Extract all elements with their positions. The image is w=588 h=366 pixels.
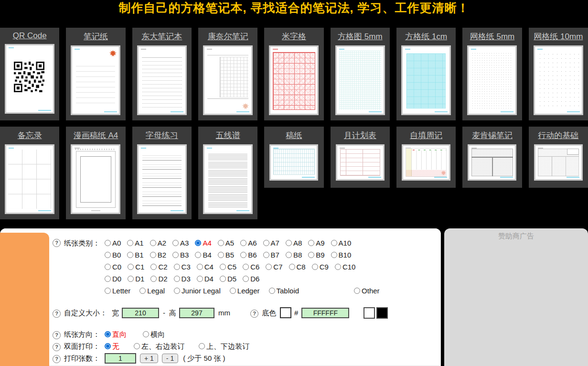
radio-c4[interactable]: C4 bbox=[197, 261, 214, 273]
radio-icon[interactable] bbox=[240, 240, 246, 246]
radio-icon[interactable] bbox=[127, 252, 133, 258]
radio-icon[interactable] bbox=[220, 264, 226, 270]
thumbnail-gaozhi[interactable] bbox=[269, 144, 318, 181]
radio-c1[interactable]: C1 bbox=[128, 261, 144, 273]
help-icon[interactable]: ? bbox=[53, 331, 61, 339]
radio-b9[interactable]: B9 bbox=[308, 249, 324, 261]
radio-a8[interactable]: A8 bbox=[286, 237, 302, 249]
radio-d0[interactable]: D0 bbox=[105, 273, 121, 285]
thumbnail-memo[interactable] bbox=[5, 144, 54, 214]
radio-b5[interactable]: B5 bbox=[218, 249, 234, 261]
radio-icon[interactable] bbox=[308, 252, 314, 258]
card-title-link[interactable]: 自填周记 bbox=[410, 130, 442, 141]
thumbnail-mckinsey-notes[interactable] bbox=[468, 144, 516, 181]
card-title-link[interactable]: 五线谱 bbox=[216, 130, 240, 141]
card-title-link[interactable]: 备忘录 bbox=[18, 130, 42, 141]
radio-c8[interactable]: C8 bbox=[289, 261, 306, 273]
card-title-link[interactable]: 字母练习 bbox=[146, 130, 178, 141]
radio-icon[interactable] bbox=[263, 252, 269, 258]
radio-直向[interactable]: 直向 bbox=[105, 328, 127, 340]
radio-icon[interactable] bbox=[197, 264, 203, 270]
radio-a3[interactable]: A3 bbox=[172, 237, 189, 249]
radio-icon[interactable] bbox=[143, 331, 149, 337]
card-week-journal[interactable]: 自填周记 bbox=[396, 127, 456, 188]
thumbnail-mizige[interactable] bbox=[269, 45, 319, 115]
radio-a1[interactable]: A1 bbox=[127, 237, 143, 249]
radio-上-下边装订[interactable]: 上、下边装订 bbox=[199, 340, 249, 352]
help-icon[interactable]: ? bbox=[53, 239, 61, 247]
radio-selected-icon[interactable] bbox=[105, 331, 111, 337]
thumbnail-dot-5mm[interactable] bbox=[467, 45, 517, 115]
card-qr-code[interactable]: QR Code bbox=[0, 28, 59, 120]
radio-a2[interactable]: A2 bbox=[150, 237, 166, 249]
card-title-link[interactable]: 漫画稿纸 A4 bbox=[74, 130, 118, 141]
radio-d4[interactable]: D4 bbox=[197, 273, 214, 285]
radio-icon[interactable] bbox=[105, 276, 111, 282]
card-mizige[interactable]: 米字格 bbox=[264, 28, 323, 120]
radio-icon[interactable] bbox=[243, 264, 249, 270]
radio-a10[interactable]: A10 bbox=[331, 237, 352, 249]
thumbnail-grid-5mm[interactable] bbox=[335, 45, 385, 115]
radio-d3[interactable]: D3 bbox=[174, 273, 191, 285]
radio-icon[interactable] bbox=[139, 288, 146, 294]
radio-icon[interactable] bbox=[263, 240, 269, 246]
card-title-link[interactable]: QR Code bbox=[13, 31, 47, 41]
card-letter-practice[interactable]: 字母练习 bbox=[132, 127, 192, 219]
radio-icon[interactable] bbox=[220, 276, 226, 282]
card-title-link[interactable]: 东大笔记本 bbox=[141, 31, 182, 42]
radio-b0[interactable]: B0 bbox=[105, 249, 121, 261]
radio-icon[interactable] bbox=[240, 252, 246, 258]
card-title-link[interactable]: 康奈尔笔记 bbox=[208, 31, 248, 42]
card-note-paper[interactable]: 笔记纸 bbox=[66, 28, 125, 120]
card-grid-1cm[interactable]: 方格纸 1cm bbox=[396, 28, 456, 120]
radio-icon[interactable] bbox=[150, 252, 156, 258]
card-action-basis[interactable]: 行动的基础 bbox=[529, 127, 588, 188]
card-mckinsey-notes[interactable]: 麦肯锡笔记 bbox=[462, 127, 522, 188]
radio-c7[interactable]: C7 bbox=[266, 261, 282, 273]
radio-icon[interactable] bbox=[243, 276, 249, 282]
radio-b8[interactable]: B8 bbox=[286, 249, 302, 261]
card-music-staff[interactable]: 五线谱 bbox=[198, 127, 257, 219]
radio-a6[interactable]: A6 bbox=[240, 237, 257, 249]
radio-icon[interactable] bbox=[199, 343, 205, 349]
radio-selected-icon[interactable] bbox=[105, 343, 111, 349]
radio-c2[interactable]: C2 bbox=[150, 261, 167, 273]
help-icon[interactable]: ? bbox=[53, 355, 61, 363]
radio-icon[interactable] bbox=[331, 252, 337, 258]
radio-icon[interactable] bbox=[105, 240, 111, 246]
hex-color-input[interactable] bbox=[301, 308, 349, 318]
increment-button[interactable]: + 1 bbox=[140, 354, 158, 363]
radio-icon[interactable] bbox=[218, 252, 224, 258]
radio-icon[interactable] bbox=[172, 240, 179, 246]
radio-b4[interactable]: B4 bbox=[195, 249, 211, 261]
radio-d5[interactable]: D5 bbox=[220, 273, 236, 285]
card-title-link[interactable]: 方格图 5mm bbox=[338, 31, 383, 42]
radio-左-右边装订[interactable]: 左、右边装订 bbox=[134, 340, 184, 352]
radio-icon[interactable] bbox=[266, 264, 272, 270]
radio-icon[interactable] bbox=[150, 264, 157, 270]
help-icon[interactable]: ? bbox=[53, 343, 61, 351]
radio-letter[interactable]: Letter bbox=[105, 285, 130, 297]
side-tab[interactable] bbox=[0, 233, 49, 366]
radio-icon[interactable] bbox=[331, 240, 337, 246]
radio-c5[interactable]: C5 bbox=[220, 261, 236, 273]
radio-c9[interactable]: C9 bbox=[312, 261, 329, 273]
width-input[interactable] bbox=[122, 308, 159, 318]
bg-color-picker[interactable] bbox=[280, 307, 291, 318]
card-dot-5mm[interactable]: 网格纸 5mm bbox=[462, 28, 522, 120]
thumbnail-manga-paper[interactable] bbox=[71, 144, 120, 214]
radio-icon[interactable] bbox=[312, 264, 318, 270]
copies-input[interactable] bbox=[105, 353, 136, 364]
help-icon[interactable]: ? bbox=[250, 310, 258, 318]
card-dot-10mm[interactable]: 网格纸 10mm bbox=[529, 28, 588, 120]
radio-d1[interactable]: D1 bbox=[128, 273, 144, 285]
card-grid-5mm[interactable]: 方格图 5mm bbox=[331, 28, 390, 120]
radio-tabloid[interactable]: Tabloid bbox=[269, 285, 299, 297]
radio-a9[interactable]: A9 bbox=[308, 237, 324, 249]
card-title-link[interactable]: 网格纸 10mm bbox=[534, 31, 583, 42]
radio-icon[interactable] bbox=[195, 252, 201, 258]
radio-icon[interactable] bbox=[174, 288, 180, 294]
radio-icon[interactable] bbox=[286, 240, 292, 246]
radio-b3[interactable]: B3 bbox=[172, 249, 189, 261]
card-title-link[interactable]: 麦肯锡笔记 bbox=[472, 130, 513, 141]
